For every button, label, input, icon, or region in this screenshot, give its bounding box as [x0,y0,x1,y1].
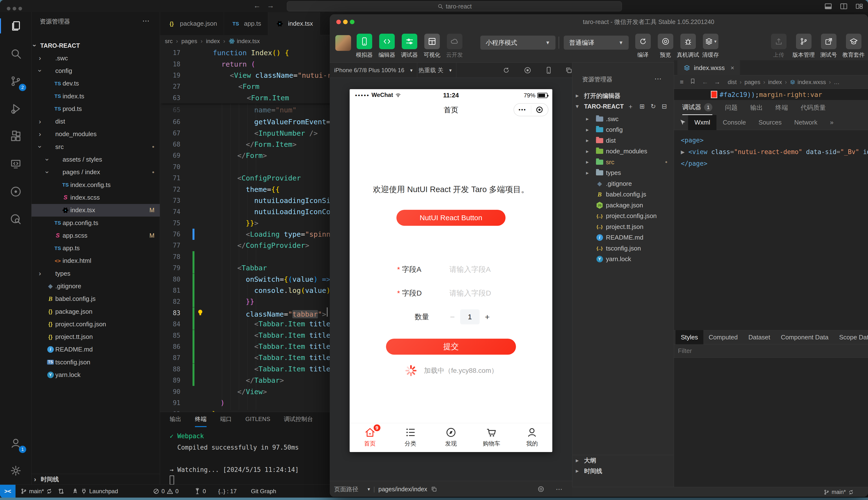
file-tree-item[interactable]: B babel.config.js [572,189,674,200]
form-input-placeholder[interactable]: 请输入字段A [449,264,491,274]
more-button[interactable]: ••• [514,106,531,113]
close-icon[interactable]: × [731,64,734,72]
inspect-element-icon[interactable] [677,119,688,126]
tabbar-item[interactable]: 分类 [390,423,431,452]
window-close-button[interactable] [7,7,10,10]
devtools-subtab[interactable]: Console [716,115,752,130]
file-tree-item[interactable]: {} project.tt.json [32,331,160,343]
window-zoom-button[interactable] [19,7,22,10]
outline-section[interactable]: 大纲 [572,455,674,466]
file-tree-item[interactable]: i README.md [572,232,674,243]
file-tree-item[interactable]: pages / index ● [32,166,160,179]
git-branch-status[interactable]: main* [823,487,854,497]
file-tree-item[interactable]: config [32,65,160,77]
devtools-action-button[interactable]: 上传 [766,34,791,59]
compile-dropdown[interactable]: 普通编译▼ [564,36,629,50]
explorer-tool-icon[interactable]: ＋ [627,102,634,111]
avatar[interactable] [335,35,351,51]
explorer-tool-icon[interactable]: ⊟ [662,103,667,110]
breadcrumb-file[interactable]: index.wxss [798,79,834,86]
open-editors-section[interactable]: 打开的编辑器 [572,90,674,101]
compare-changes-status[interactable] [58,485,65,498]
file-tree-item[interactable]: .swc [572,114,674,125]
devtools-action-button[interactable]: ▾ 清缓存 [699,34,722,59]
hot-reload-toggle[interactable]: 热重载 关▾ [414,63,456,78]
nutui-react-button[interactable]: NutUI React Button [397,210,505,226]
file-tree-item[interactable]: index.tsx M [32,204,160,217]
form-input-placeholder[interactable]: 请输入字段D [449,288,491,298]
history-nav-arrows[interactable]: ←→ [253,1,280,10]
devtools-subtab[interactable]: Wxml [688,115,716,130]
editor-tab[interactable]: {} package.json [160,12,224,35]
devtools-action-button[interactable]: 编译 [632,34,654,59]
debugger-tab[interactable]: 调试器 1 [682,100,712,115]
devtools-action-button[interactable]: 测试号 [816,34,841,59]
file-tree-item[interactable]: S app.scss M [32,229,160,242]
activity-bar-item[interactable] [0,12,32,40]
stepper-minus-button[interactable]: − [450,312,455,322]
debugger-tab[interactable]: 问题 [725,100,737,115]
file-tree-item[interactable]: TS app.ts [32,242,160,254]
breadcrumb-item[interactable]: index [206,38,229,45]
devtools-subtab[interactable]: » [824,115,839,130]
styles-tab[interactable]: Scope Data [834,330,868,344]
devtools-subtab[interactable]: Network [788,115,824,130]
sidebar-more-icon[interactable]: ⋯ [142,16,150,25]
launchpad-status[interactable]: Launchpad [72,485,118,498]
panel-tab[interactable]: 输出 [170,412,181,427]
file-tree-item[interactable]: Y yarn.lock [32,368,160,381]
stop-icon[interactable] [524,66,532,76]
mode-dropdown[interactable]: 小程序模式▼ [480,36,555,50]
file-tree-item[interactable]: {..} project.config.json [572,211,674,221]
styles-filter-input[interactable]: Filter [674,344,868,358]
terminal-output[interactable]: ✓ Webpack Compiled successfully in 97.50… [170,431,299,476]
editor-tab[interactable]: TS app.ts [224,12,268,35]
debugger-tab[interactable]: 代码质量 [801,100,826,115]
stepper-plus-button[interactable]: + [485,312,490,322]
activity-bar-item[interactable] [0,95,32,123]
breadcrumb-file[interactable]: index.tsx [237,38,260,45]
tabbar-item[interactable]: 9 首页 [349,423,390,452]
file-tree-item[interactable]: ◆ .gitignore [32,280,160,292]
file-tree-item[interactable]: TS prod.ts [32,102,160,115]
file-tree-item[interactable]: {..} tsconfig.json [572,243,674,254]
activity-bar-item[interactable]: 2 [0,67,32,95]
git-branch-status[interactable]: main* [20,485,53,498]
devtools-mode-button[interactable]: 云开发 [443,34,466,59]
activity-bar-item[interactable] [0,457,32,485]
outline-list-icon[interactable]: ≡ [680,78,683,86]
styles-tab[interactable]: Computed [703,330,743,344]
file-tree-item[interactable]: TS dev.ts [32,77,160,90]
editor-tab[interactable]: index.wxss × [677,60,740,75]
explorer-tool-icon[interactable]: ↻ [650,103,656,110]
tabbar-item[interactable]: 发现 [431,423,471,452]
styles-tab[interactable]: Dataset [743,330,776,344]
breadcrumb-item[interactable]: pages [181,38,206,45]
phone-icon[interactable] [545,66,553,76]
project-section-header[interactable]: TARO-REACT [32,39,160,52]
devtools-action-button[interactable]: 教育套件 [841,34,866,59]
breadcrumb-item[interactable]: dist [727,79,744,86]
file-tree-item[interactable]: B babel.config.js [32,293,160,305]
command-center-search[interactable]: taro-react [287,1,622,11]
file-tree-item[interactable]: node_modules [32,128,160,140]
activity-bar-item[interactable] [0,123,32,150]
detach-window-icon[interactable] [565,66,573,76]
lightbulb-icon[interactable] [196,308,206,318]
activity-bar-item[interactable]: 1 [0,429,32,457]
panel-tab[interactable]: 调试控制台 [284,412,313,427]
submit-button[interactable]: 提交 [386,339,516,355]
devtools-mode-button[interactable]: 编辑器 [376,34,398,59]
file-tree-item[interactable]: S index.scss [32,191,160,204]
file-tree-item[interactable]: .swc [32,52,160,65]
breadcrumb-more[interactable]: … [834,79,839,86]
git-graph-status[interactable]: Git Graph [251,485,276,498]
indent-status[interactable]: {..} : 17 [218,485,237,498]
forward-icon[interactable]: → [714,78,720,86]
exit-button[interactable] [531,106,548,113]
wxml-tree[interactable]: <page> ▶ <view class="nutui-react-demo" … [681,135,868,169]
file-tree-item[interactable]: ◆ .gitignore [572,178,674,189]
panel-tab[interactable]: 端口 [220,412,232,427]
file-tree-item[interactable]: config [572,125,674,135]
breadcrumb-item[interactable]: src [165,38,181,45]
